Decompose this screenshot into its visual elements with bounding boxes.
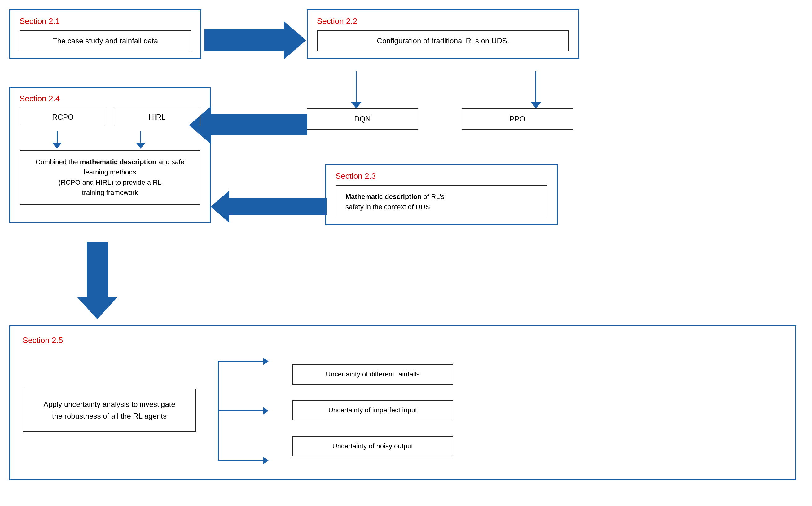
section-2-3-box: Section 2.3 Mathematic description of RL…: [325, 164, 558, 225]
arrow-24-to-25-head: [77, 297, 118, 319]
arrow-rcpo-down-head: [52, 143, 62, 149]
arrow-24-to-25-body: [87, 242, 108, 298]
bracket-h-top: [218, 361, 267, 362]
section-2-2-inner: Configuration of traditional RLs on UDS.: [317, 30, 569, 52]
section-2-1-inner: The case study and rainfall data: [19, 30, 191, 52]
uncertainty-3-box: Uncertainty of noisy output: [292, 436, 453, 456]
dqn-box: DQN: [307, 108, 418, 130]
arrow-hirl-down-head: [136, 143, 146, 149]
arrow-22-to-ppo-head: [530, 102, 542, 108]
dqn-label: DQN: [354, 115, 370, 123]
section-2-4-box: Section 2.4 RCPO HIRL Combined the mathe…: [9, 87, 211, 223]
section-2-1-text: The case study and rainfall data: [53, 36, 158, 45]
rcpo-box: RCPO: [19, 108, 106, 126]
arrow-22-to-dqn-head: [351, 102, 362, 108]
ppo-label: PPO: [510, 115, 525, 123]
apply-text: Apply uncertainty analysis to investigat…: [43, 400, 175, 420]
arrow-u3-head: [263, 457, 269, 464]
combined-bold: mathematic description: [80, 158, 157, 166]
arrow-u1-head: [263, 357, 269, 365]
arrow-u2-head: [263, 407, 269, 415]
uncertainty-1-box: Uncertainty of different rainfalls: [292, 364, 453, 385]
section-2-3-inner: Mathematic description of RL'ssafety in …: [336, 185, 547, 218]
arrow-21-to-22: [204, 29, 285, 51]
arrow-to-24-body: [211, 114, 307, 135]
section-2-2-box: Section 2.2 Configuration of traditional…: [307, 9, 579, 59]
section-2-1-box: Section 2.1 The case study and rainfall …: [9, 9, 201, 59]
section-2-2-label: Section 2.2: [317, 16, 569, 26]
arrow-22-to-ppo-body: [535, 71, 536, 102]
bracket-h-mid: [218, 410, 267, 411]
bracket-h-bot: [218, 460, 267, 461]
ppo-box: PPO: [462, 108, 573, 130]
arrow-21-to-22-head: [284, 21, 306, 60]
arrow-22-to-dqn-body: [356, 71, 357, 102]
uncertainty-2-text: Uncertainty of imperfect input: [329, 406, 417, 414]
section-2-4-label: Section 2.4: [19, 94, 200, 103]
rcpo-label: RCPO: [52, 113, 73, 121]
section-2-1-label: Section 2.1: [19, 16, 191, 26]
hirl-box: HIRL: [114, 108, 200, 126]
combined-box: Combined the mathematic description and …: [19, 150, 200, 204]
section-2-3-label: Section 2.3: [336, 171, 547, 181]
uncertainty-1-text: Uncertainty of different rainfalls: [326, 370, 420, 378]
arrow-23-to-24-head: [211, 190, 229, 223]
section-2-5-label: Section 2.5: [23, 336, 783, 345]
arrow-rcpo-down-body: [57, 132, 58, 143]
arrow-23-to-24-body: [229, 198, 327, 215]
section-2-2-text: Configuration of traditional RLs on UDS.: [377, 36, 509, 45]
section-2-3-bold: Mathematic description: [345, 193, 422, 200]
apply-uncertainty-box: Apply uncertainty analysis to investigat…: [23, 389, 196, 432]
uncertainty-2-box: Uncertainty of imperfect input: [292, 400, 453, 420]
section-2-5-box: Section 2.5 Apply uncertainty analysis t…: [9, 325, 796, 480]
arrow-hirl-down-body: [140, 132, 141, 143]
uncertainty-3-text: Uncertainty of noisy output: [333, 442, 413, 450]
combined-text-1: Combined the: [35, 158, 80, 166]
diagram-container: Section 2.1 The case study and rainfall …: [0, 0, 812, 506]
hirl-label: HIRL: [149, 113, 166, 121]
